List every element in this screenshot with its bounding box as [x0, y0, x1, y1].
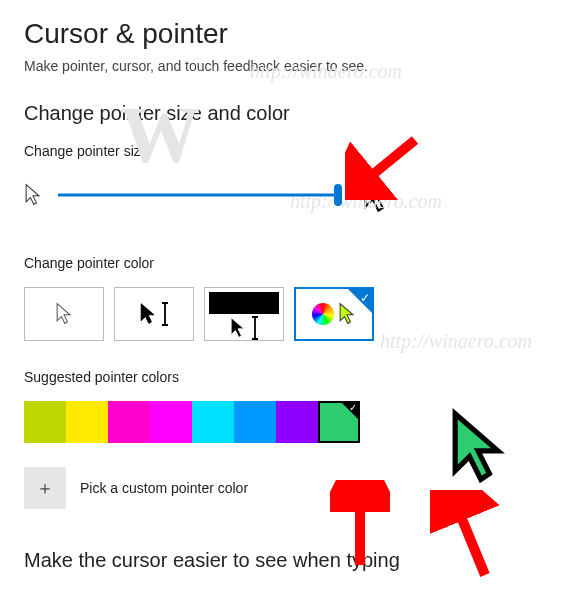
ibeam-icon	[161, 302, 169, 326]
cursor-icon	[55, 302, 73, 326]
color-swatch[interactable]	[150, 401, 192, 443]
pick-custom-color-label: Pick a custom pointer color	[80, 480, 248, 496]
cursor-icon	[229, 316, 247, 340]
section-typing-title: Make the cursor easier to see when typin…	[24, 549, 566, 572]
cursor-icon	[139, 302, 157, 326]
pointer-size-slider-row	[24, 175, 566, 215]
cursor-icon	[338, 302, 356, 326]
color-swatch[interactable]	[192, 401, 234, 443]
pointer-color-black[interactable]	[114, 287, 194, 341]
ibeam-icon	[251, 316, 259, 340]
pointer-color-inverted[interactable]	[204, 287, 284, 341]
custom-color-row: ＋ Pick a custom pointer color	[24, 467, 566, 509]
pointer-color-label: Change pointer color	[24, 255, 566, 271]
cursor-large-icon	[362, 175, 392, 215]
pick-custom-color-button[interactable]: ＋	[24, 467, 66, 509]
pointer-size-slider[interactable]	[58, 185, 338, 205]
color-swatch[interactable]: ✓	[318, 401, 360, 443]
pointer-color-options: ✓	[24, 287, 566, 341]
color-swatch[interactable]	[24, 401, 66, 443]
suggested-color-swatches: ✓	[24, 401, 566, 443]
pointer-size-label: Change pointer size	[24, 143, 566, 159]
plus-icon: ＋	[36, 476, 54, 500]
color-swatch[interactable]	[276, 401, 318, 443]
pointer-color-white[interactable]	[24, 287, 104, 341]
color-swatch[interactable]	[234, 401, 276, 443]
slider-thumb[interactable]	[334, 184, 342, 206]
pointer-color-custom[interactable]: ✓	[294, 287, 374, 341]
section-size-color-title: Change pointer size and color	[24, 102, 566, 125]
cursor-small-icon	[24, 183, 42, 207]
suggested-colors-label: Suggested pointer colors	[24, 369, 566, 385]
color-swatch[interactable]	[66, 401, 108, 443]
check-icon: ✓	[360, 291, 370, 305]
color-wheel-icon	[312, 303, 334, 325]
page-title: Cursor & pointer	[24, 18, 566, 50]
color-swatch[interactable]	[108, 401, 150, 443]
page-description: Make pointer, cursor, and touch feedback…	[24, 58, 566, 74]
check-icon: ✓	[349, 402, 357, 413]
